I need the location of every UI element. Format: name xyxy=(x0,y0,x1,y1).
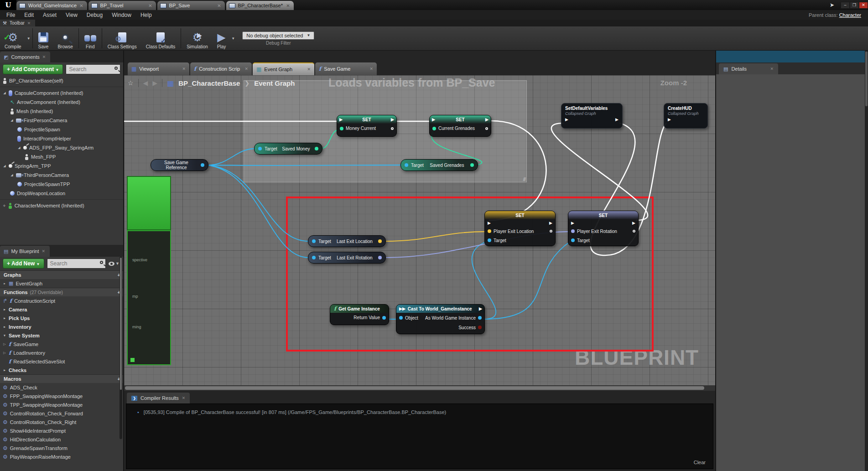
rotator-out-pin[interactable] xyxy=(633,230,635,233)
component-item-self[interactable]: BP_CharacterBase(self) xyxy=(0,76,123,85)
close-icon[interactable]: ✕ xyxy=(307,67,311,72)
play-button[interactable]: ▶ Play xyxy=(213,26,230,50)
menu-help[interactable]: Help xyxy=(136,12,156,18)
function-category[interactable]: ▸Camera xyxy=(0,305,123,314)
component-item[interactable]: ProjectileSpawnTPP xyxy=(0,180,123,189)
menu-file[interactable]: File xyxy=(2,12,20,18)
graphs-section-header[interactable]: Graphs+ xyxy=(0,270,123,279)
component-item[interactable]: ◢CapsuleComponent (Inherited) xyxy=(0,88,123,98)
functions-section-header[interactable]: Functions(27 Overridable)+ xyxy=(0,288,123,296)
function-category[interactable]: ▸Pick Ups xyxy=(0,314,123,322)
minimize-button[interactable]: – xyxy=(841,2,850,9)
exec-out-pin[interactable]: ▶ xyxy=(615,118,619,122)
close-icon[interactable]: ✕ xyxy=(286,3,290,8)
component-item[interactable]: ◢ThirdPersonCamera xyxy=(0,171,123,180)
expand-arrow-icon[interactable]: ◢ xyxy=(17,146,21,150)
macro-item[interactable]: ⚙PlayWeaponRaiseMontage xyxy=(0,452,123,461)
expand-arrow-icon[interactable]: ◢ xyxy=(3,164,6,168)
toolbar-tab[interactable]: ⚒ Toolbar ✕ xyxy=(0,20,35,26)
clear-button[interactable]: Clear xyxy=(694,460,706,465)
node-create-hud[interactable]: CreateHUD Collapsed Graph ▶ xyxy=(664,103,708,129)
add-new-button[interactable]: + Add New ▼ xyxy=(3,259,44,269)
component-item[interactable]: DropWeaponLocation xyxy=(0,189,123,198)
component-item[interactable]: ◢ADS_FPP_Sway_SpringArm xyxy=(0,143,123,152)
component-item[interactable]: Mesh (Inherited) xyxy=(0,107,123,116)
exec-in-pin[interactable]: ▶ xyxy=(565,118,568,122)
function-category[interactable]: ▸Inventory xyxy=(0,322,123,331)
close-icon[interactable]: ✕ xyxy=(770,67,774,71)
node-set-money-current[interactable]: ▶SET▶ Money Current xyxy=(337,115,397,137)
target-pin[interactable] xyxy=(258,147,262,150)
exec-in-pin[interactable]: ▶ xyxy=(488,221,491,225)
macro-item[interactable]: ⚙ShowHideInteractPrompt xyxy=(0,426,123,435)
target-pin[interactable] xyxy=(312,239,316,243)
close-icon[interactable]: ✕ xyxy=(79,3,83,8)
expand-arrow-icon[interactable]: ▸ xyxy=(3,308,6,311)
play-dropdown-arrow[interactable]: ▼ xyxy=(231,36,235,41)
exec-in-pin[interactable]: ▶ xyxy=(668,118,671,122)
compile-dropdown-arrow[interactable]: ▼ xyxy=(27,36,31,41)
float-out-pin[interactable] xyxy=(315,147,318,150)
expand-arrow-icon[interactable]: ◢ xyxy=(10,173,14,177)
debug-object-select[interactable]: No debug object selected ▼ xyxy=(242,31,314,40)
function-category[interactable]: ▾Save System xyxy=(0,331,123,340)
component-item[interactable]: InteractPromptHelper xyxy=(0,134,123,143)
node-get-saved-money[interactable]: Target Saved Money xyxy=(254,143,322,155)
menu-asset[interactable]: Asset xyxy=(38,12,61,18)
components-tab[interactable]: ◩ Components ✕ xyxy=(0,52,50,62)
expand-arrow-icon[interactable]: ◢ xyxy=(10,119,14,122)
float-pin[interactable] xyxy=(432,127,436,130)
scrollbar-thumb[interactable] xyxy=(865,52,868,106)
asset-tab-bp-characterbase[interactable]: BP_CharacterBase* ✕ xyxy=(226,1,294,10)
expand-arrow-icon[interactable]: ▸ xyxy=(3,325,6,329)
compiler-results-tab[interactable]: ❯ Compiler Results ✕ xyxy=(127,393,190,404)
my-blueprint-search-input[interactable] xyxy=(47,259,106,269)
target-pin[interactable] xyxy=(312,256,316,259)
close-icon[interactable]: ✕ xyxy=(182,67,186,71)
node-save-game-reference[interactable]: Save Game Reference xyxy=(151,159,208,171)
scrollbar-thumb[interactable] xyxy=(125,386,704,390)
close-icon[interactable]: ✕ xyxy=(217,3,221,8)
back-arrow-icon[interactable]: ◀ xyxy=(143,79,148,87)
vector-out-pin[interactable] xyxy=(550,230,552,233)
node-set-player-exit-location[interactable]: SET ▶▶ Player Exit Location Target xyxy=(484,211,556,246)
node-get-saved-grenades[interactable]: Target Saved Grenades xyxy=(400,159,478,171)
asset-tab-bp-save[interactable]: BP_Save ✕ xyxy=(157,1,225,10)
expand-arrow-icon[interactable]: ▷ xyxy=(3,342,6,346)
exec-in-pin[interactable]: ▶ xyxy=(339,118,343,122)
close-icon[interactable]: ✕ xyxy=(369,67,373,71)
tab-event-graph[interactable]: ▦ Event Graph✕ xyxy=(253,62,314,75)
compile-button[interactable]: ⚙✓ Compile xyxy=(0,26,26,50)
details-tab[interactable]: ▤ Details ✕ xyxy=(719,63,778,74)
window-vertical-scrollbar[interactable] xyxy=(865,51,868,471)
class-defaults-button[interactable]: ✓ Class Defaults xyxy=(141,26,180,50)
exec-out-pin[interactable]: ▶ xyxy=(632,221,635,225)
macro-item[interactable]: ⚙ADS_Check xyxy=(0,383,123,392)
close-icon[interactable]: ✕ xyxy=(42,55,46,59)
tab-save-game[interactable]: f Save Game✕ xyxy=(315,62,377,75)
components-search[interactable] xyxy=(66,64,120,74)
node-set-player-exit-rotation[interactable]: SET ▶▶ Player Exit Rotation Target xyxy=(568,211,639,246)
exec-in-pin[interactable]: ▶▶ xyxy=(399,307,405,311)
add-component-button[interactable]: + Add Component ▼ xyxy=(3,64,63,74)
breadcrumb-root[interactable]: BP_CharacterBase xyxy=(178,79,240,87)
node-set-default-variables[interactable]: SetDefaultVariables Collapsed Graph ▶▶ xyxy=(561,103,623,129)
exec-in-pin[interactable]: ▶ xyxy=(432,118,435,122)
left-panel-scrollbar[interactable] xyxy=(120,257,122,439)
forward-arrow-icon[interactable]: ▶ xyxy=(152,79,157,87)
float-out-pin[interactable] xyxy=(470,163,474,167)
exec-out-pin[interactable]: ▶ xyxy=(549,221,552,225)
graph-horizontal-scrollbar[interactable] xyxy=(124,385,715,391)
exec-in-pin[interactable]: ▶ xyxy=(571,221,574,225)
function-category[interactable]: ▸Checks xyxy=(0,366,123,374)
node-cast-to-world-gameinstance[interactable]: ▶▶Cast To World_GameInstance▶ ObjectAs W… xyxy=(396,304,485,334)
function-item[interactable]: ▷fSaveGame xyxy=(0,340,123,348)
macro-item[interactable]: ⚙FPP_SwappingWeaponMontage xyxy=(0,392,123,400)
component-item[interactable]: ProjectileSpawn xyxy=(0,125,123,134)
vector-pin[interactable] xyxy=(488,229,491,233)
function-item[interactable]: ▷fLoadInventory xyxy=(0,348,123,357)
vector-out-pin[interactable] xyxy=(378,239,382,243)
asset-tab-world-gameinstance[interactable]: World_GameInstance ✕ xyxy=(16,1,87,10)
node-get-last-exit-location[interactable]: Target Last Exit Location xyxy=(308,235,386,247)
find-button[interactable]: Find xyxy=(80,26,101,50)
